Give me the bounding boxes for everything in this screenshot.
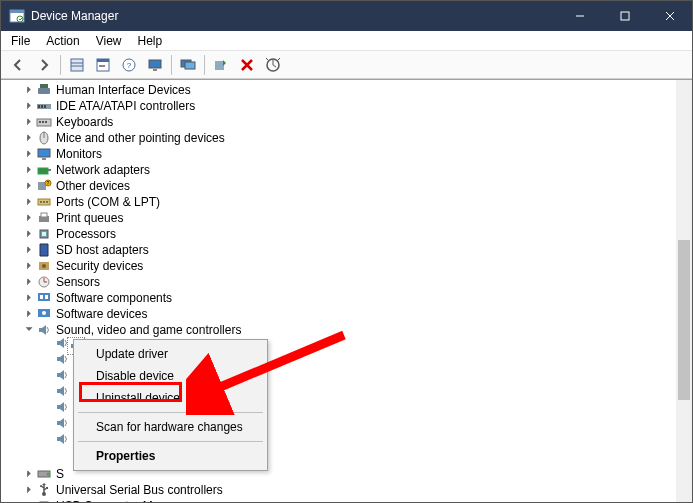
maximize-button[interactable]	[602, 1, 647, 31]
swdev-icon	[36, 306, 52, 322]
usbconn-icon	[36, 498, 52, 502]
menu-file[interactable]: File	[3, 32, 38, 50]
ctx-disable-device[interactable]: Disable device	[76, 365, 265, 387]
expand-icon[interactable]: ⏵	[23, 485, 35, 494]
tree-node[interactable]: ⏵SD host adapters	[3, 242, 676, 258]
expand-icon[interactable]: ⏵	[23, 277, 35, 286]
monitor-icon	[36, 146, 52, 162]
expand-icon[interactable]: ⏵	[23, 469, 35, 478]
expand-icon[interactable]: ⏵	[23, 245, 35, 254]
ctx-separator	[78, 412, 263, 413]
device-manager-window: Device Manager File Action View Help ⏵Hu…	[0, 0, 693, 503]
svg-rect-64	[621, 12, 629, 20]
tree-node[interactable]: ⏵Security devices	[3, 258, 676, 274]
menu-action[interactable]: Action	[38, 32, 87, 50]
app-icon	[9, 8, 25, 24]
other-icon	[36, 178, 52, 194]
tree-node[interactable]: ⏵Human Interface Devices	[3, 82, 676, 98]
sound-icon	[36, 322, 52, 338]
toolbar-forward-button[interactable]	[32, 53, 56, 77]
tree-node-label: Other devices	[54, 179, 132, 193]
expand-icon[interactable]: ⏵	[23, 101, 35, 110]
toolbar-action-button[interactable]	[143, 53, 167, 77]
ide-icon	[36, 98, 52, 114]
toolbar-scan-hardware-button[interactable]	[261, 53, 285, 77]
tree-node[interactable]: ⏵IDE ATA/ATAPI controllers	[3, 98, 676, 114]
minimize-button[interactable]	[557, 1, 602, 31]
ctx-scan-hardware[interactable]: Scan for hardware changes	[76, 416, 265, 438]
ctx-uninstall-device[interactable]: Uninstall device	[76, 387, 265, 409]
vertical-scrollbar[interactable]	[676, 80, 692, 502]
child-device-icons	[54, 335, 70, 447]
toolbar-separator	[171, 55, 172, 75]
tree-node[interactable]: ⏵USB Connector Managers	[3, 498, 676, 502]
expand-icon[interactable]: ⏵	[23, 261, 35, 270]
expand-icon[interactable]: ⏵	[23, 293, 35, 302]
expand-icon[interactable]: ⏵	[23, 133, 35, 142]
ctx-update-driver[interactable]: Update driver	[76, 343, 265, 365]
tree-node-label: Sound, video and game controllers	[54, 323, 243, 337]
tree-node[interactable]: ⏵Software devices	[3, 306, 676, 322]
sound-device-icon	[54, 383, 70, 399]
tree-scroll[interactable]: ⏵Human Interface Devices⏵IDE ATA/ATAPI c…	[1, 80, 676, 502]
port-icon	[36, 194, 52, 210]
toolbar-uninstall-button[interactable]	[235, 53, 259, 77]
sound-device-icon	[54, 351, 70, 367]
tree-node[interactable]: ⏵Mice and other pointing devices	[3, 130, 676, 146]
tree-node[interactable]: ⏵Ports (COM & LPT)	[3, 194, 676, 210]
toolbar-view-button[interactable]	[176, 53, 200, 77]
expand-icon[interactable]: ⏵	[23, 197, 35, 206]
tree-node-label: Monitors	[54, 147, 104, 161]
sound-device-icon	[54, 399, 70, 415]
swcomp-icon	[36, 290, 52, 306]
tree-node-label: Software devices	[54, 307, 149, 321]
expand-icon[interactable]: ⏵	[23, 501, 35, 503]
ctx-properties[interactable]: Properties	[76, 445, 265, 467]
network-icon	[36, 162, 52, 178]
collapse-icon[interactable]: ⏷	[23, 325, 35, 334]
expand-icon[interactable]: ⏵	[23, 165, 35, 174]
expand-icon[interactable]: ⏵	[23, 149, 35, 158]
tree-node-label: Mice and other pointing devices	[54, 131, 227, 145]
tree-node[interactable]: ⏷Sound, video and game controllers	[3, 322, 676, 338]
toolbar-separator	[60, 55, 61, 75]
content-area: ⏵Human Interface Devices⏵IDE ATA/ATAPI c…	[1, 79, 692, 502]
tree-node[interactable]: ⏵U​niversal Serial Bus controllers	[3, 482, 676, 498]
tree-node-label: Processors	[54, 227, 118, 241]
toolbar-update-driver-button[interactable]	[209, 53, 233, 77]
mouse-icon	[36, 130, 52, 146]
toolbar	[1, 51, 692, 79]
sd-icon	[36, 242, 52, 258]
expand-icon[interactable]: ⏵	[23, 85, 35, 94]
toolbar-help-button[interactable]	[117, 53, 141, 77]
window-title: Device Manager	[31, 9, 118, 23]
toolbar-back-button[interactable]	[6, 53, 30, 77]
toolbar-properties-button[interactable]	[91, 53, 115, 77]
expand-icon[interactable]: ⏵	[23, 229, 35, 238]
toolbar-show-hide-console-button[interactable]	[65, 53, 89, 77]
tree-node[interactable]: ⏵Sensors	[3, 274, 676, 290]
scrollbar-thumb[interactable]	[678, 240, 690, 400]
menu-view[interactable]: View	[88, 32, 130, 50]
tree-node[interactable]: ⏵Other devices	[3, 178, 676, 194]
tree-node-label: Sensors	[54, 275, 102, 289]
expand-icon[interactable]: ⏵	[23, 309, 35, 318]
tree-node[interactable]: ⏵Software components	[3, 290, 676, 306]
menu-help[interactable]: Help	[130, 32, 171, 50]
titlebar: Device Manager	[1, 1, 692, 31]
tree-node[interactable]: ⏵Network adapters	[3, 162, 676, 178]
expand-icon[interactable]: ⏵	[23, 181, 35, 190]
expand-icon[interactable]: ⏵	[23, 213, 35, 222]
tree-node-label: Human Interface Devices	[54, 83, 193, 97]
sound-device-icon	[54, 335, 70, 351]
tree-node[interactable]: ⏵Monitors	[3, 146, 676, 162]
tree-node[interactable]: ⏵Print queues	[3, 210, 676, 226]
tree-node[interactable]: ⏵Processors	[3, 226, 676, 242]
keyboard-icon	[36, 114, 52, 130]
tree-node-label: Software components	[54, 291, 174, 305]
toolbar-separator	[204, 55, 205, 75]
close-button[interactable]	[647, 1, 692, 31]
sound-device-icon	[54, 431, 70, 447]
expand-icon[interactable]: ⏵	[23, 117, 35, 126]
tree-node[interactable]: ⏵Keyboards	[3, 114, 676, 130]
